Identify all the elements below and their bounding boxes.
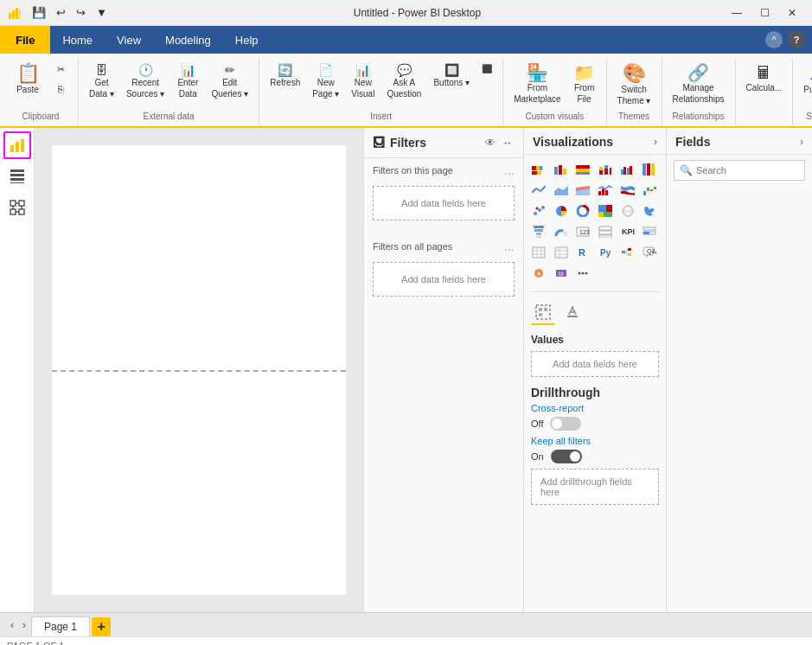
- drillthrough-dropzone[interactable]: Add drillthrough fields here: [531, 469, 659, 505]
- page-tab-1[interactable]: Page 1: [31, 616, 90, 636]
- viz-fields-tab[interactable]: [531, 301, 555, 325]
- refresh-button[interactable]: 🔄 Refresh: [265, 61, 305, 91]
- viz-gauge[interactable]: [552, 222, 571, 241]
- quick-access-dropdown[interactable]: ▼: [92, 4, 112, 21]
- viz-r-visual[interactable]: R: [573, 243, 592, 262]
- viz-100-stacked-bar[interactable]: [573, 160, 592, 179]
- viz-clustered-column[interactable]: [618, 160, 637, 179]
- data-view-icon[interactable]: [3, 163, 31, 190]
- viz-donut[interactable]: [573, 201, 592, 220]
- view-menu[interactable]: View: [105, 26, 153, 54]
- svg-rect-90: [622, 251, 625, 253]
- cut-button[interactable]: ✂: [48, 61, 73, 79]
- ask-question-button[interactable]: 💬 Ask A Question: [381, 61, 426, 102]
- svg-point-103: [582, 272, 585, 275]
- switch-theme-button[interactable]: 🎨 Switch Theme ▾: [612, 61, 656, 109]
- more-insert-icon: ⬛: [482, 64, 492, 73]
- viz-kpi[interactable]: KPI: [618, 222, 637, 241]
- help-menu[interactable]: Help: [223, 26, 271, 54]
- add-page-button[interactable]: +: [92, 617, 111, 636]
- from-marketplace-button[interactable]: 🏪 From Marketplace: [508, 61, 566, 107]
- viz-slicer[interactable]: [640, 222, 659, 241]
- keep-all-filters-toggle[interactable]: [551, 450, 582, 463]
- filters-hide-icon[interactable]: 👁: [483, 135, 497, 150]
- redo-btn[interactable]: ↪: [72, 4, 90, 21]
- close-btn[interactable]: ✕: [779, 3, 805, 22]
- viz-waterfall[interactable]: [640, 181, 659, 200]
- viz-filled-map[interactable]: [640, 201, 659, 220]
- viz-expand-icon[interactable]: ›: [654, 136, 657, 148]
- viz-line-bar[interactable]: [596, 181, 615, 200]
- viz-qna[interactable]: Q&A: [640, 243, 659, 262]
- viz-decomposition-tree[interactable]: [618, 243, 637, 262]
- help-button[interactable]: ?: [788, 31, 805, 48]
- maximize-btn[interactable]: ☐: [751, 3, 778, 22]
- svg-rect-40: [647, 163, 650, 176]
- undo-btn[interactable]: ↩: [52, 4, 70, 21]
- filters-on-all-pages-dropzone[interactable]: Add data fields here: [373, 262, 515, 297]
- save-quick-btn[interactable]: 💾: [28, 4, 50, 21]
- copy-button[interactable]: ⎘: [48, 80, 73, 98]
- calculations-button[interactable]: 🖩 Calcula...: [741, 61, 788, 96]
- viz-scatter[interactable]: [529, 201, 548, 220]
- manage-relationships-button[interactable]: 🔗 Manage Relationships: [668, 61, 730, 107]
- viz-pie[interactable]: [552, 201, 571, 220]
- svg-rect-84: [555, 247, 559, 251]
- buttons-icon: 🔲: [444, 64, 459, 76]
- cross-report-toggle[interactable]: [550, 417, 581, 431]
- report-view-icon[interactable]: [3, 131, 31, 159]
- filters-on-page-dropzone[interactable]: Add data fields here: [373, 186, 515, 220]
- values-dropzone[interactable]: Add data fields here: [531, 351, 659, 377]
- viz-multi-row-card[interactable]: [596, 222, 615, 241]
- nav-prev[interactable]: ‹: [7, 617, 17, 633]
- fields-expand-icon[interactable]: ›: [800, 136, 803, 148]
- viz-format-tab[interactable]: [560, 301, 585, 325]
- svg-line-91: [625, 250, 628, 252]
- viz-more[interactable]: [573, 264, 592, 283]
- viz-ribbon[interactable]: [618, 181, 637, 200]
- publish-button[interactable]: ☁ Publish: [798, 61, 812, 98]
- viz-map[interactable]: [618, 201, 637, 220]
- viz-custom-2[interactable]: bi: [552, 264, 571, 283]
- filters-title: ⛾ Filters: [373, 136, 426, 150]
- viz-stacked-area[interactable]: [573, 181, 592, 200]
- viz-python-visual[interactable]: Py: [596, 243, 615, 262]
- enter-data-button[interactable]: 📊 Enter Data: [171, 61, 204, 102]
- viz-treemap[interactable]: [596, 201, 615, 220]
- viz-matrix[interactable]: [552, 243, 571, 262]
- search-box: 🔍: [674, 160, 805, 181]
- from-file-button[interactable]: 📁 From File: [568, 61, 601, 107]
- viz-100-stacked-column[interactable]: [640, 160, 659, 179]
- model-view-icon[interactable]: [3, 194, 31, 221]
- home-menu[interactable]: Home: [50, 26, 105, 54]
- get-data-button[interactable]: 🗄 Get Data ▾: [84, 61, 119, 102]
- filters-on-all-pages-more[interactable]: ···: [504, 242, 515, 256]
- recent-sources-button[interactable]: 🕐 Recent Sources ▾: [121, 61, 169, 102]
- viz-area[interactable]: [552, 181, 571, 200]
- svg-rect-77: [643, 232, 649, 234]
- new-page-button[interactable]: 📄 New Page ▾: [307, 61, 344, 102]
- nav-next[interactable]: ›: [19, 617, 29, 633]
- viz-stacked-bar[interactable]: [529, 160, 548, 179]
- viz-card[interactable]: 123: [573, 222, 592, 241]
- viz-custom-1[interactable]: ★: [529, 264, 548, 283]
- paste-button[interactable]: 📋 Paste: [9, 61, 47, 98]
- ribbon-minimize[interactable]: ^: [765, 31, 783, 48]
- more-insert-button[interactable]: ⬛: [476, 61, 497, 77]
- filters-expand-icon[interactable]: ↔: [501, 135, 515, 150]
- viz-table[interactable]: [529, 243, 548, 262]
- canvas-area[interactable]: [35, 128, 363, 612]
- modeling-menu[interactable]: Modeling: [153, 26, 223, 54]
- buttons-button[interactable]: 🔲 Buttons ▾: [428, 61, 475, 91]
- calculations-group: 🖩 Calcula...: [736, 57, 794, 126]
- edit-queries-button[interactable]: ✏ Edit Queries ▾: [206, 61, 253, 102]
- file-menu[interactable]: File: [0, 26, 50, 54]
- viz-line[interactable]: [529, 181, 548, 200]
- minimize-btn[interactable]: —: [723, 3, 751, 22]
- viz-clustered-bar[interactable]: [552, 160, 571, 179]
- filters-on-page-more[interactable]: ···: [504, 166, 515, 180]
- search-input[interactable]: [696, 165, 799, 176]
- new-visual-button[interactable]: 📊 New Visual: [346, 61, 380, 102]
- viz-stacked-column[interactable]: [596, 160, 615, 179]
- viz-funnel[interactable]: [529, 222, 548, 241]
